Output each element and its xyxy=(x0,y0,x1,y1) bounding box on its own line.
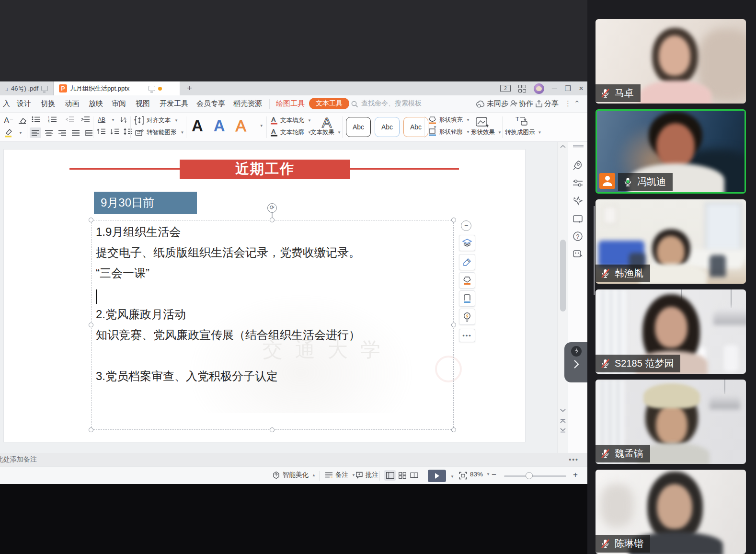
menu-transition[interactable]: 切换 xyxy=(41,99,55,108)
rocket-tool-icon[interactable] xyxy=(573,160,583,171)
effects-star-icon[interactable] xyxy=(573,196,583,206)
format-brush-button[interactable] xyxy=(459,254,475,270)
comments-button[interactable]: 批注 xyxy=(355,471,378,479)
participant-tile[interactable]: 马卓 xyxy=(596,19,746,104)
play-options-caret[interactable]: ▼ xyxy=(450,474,454,479)
slide-scrollbar[interactable] xyxy=(557,142,568,453)
slideshow-play-button[interactable] xyxy=(428,470,446,482)
shape-fill-icon[interactable] xyxy=(428,116,436,124)
menu-design[interactable]: 设计 xyxy=(17,99,31,108)
resize-handle-se[interactable] xyxy=(451,427,456,432)
decrease-indent-icon[interactable] xyxy=(65,116,75,123)
highlighter-icon[interactable] xyxy=(4,128,13,138)
text-outline-label[interactable]: 文本轮廓 xyxy=(280,128,304,137)
wordart-more-button[interactable]: ▼ xyxy=(260,124,263,128)
next-slide-button[interactable] xyxy=(560,427,566,433)
search-input[interactable]: 查找命令、搜索模板 xyxy=(361,99,422,108)
participant-tile-active-speaker[interactable]: 冯凯迪 xyxy=(596,109,746,194)
loop-playback-icon[interactable] xyxy=(573,213,583,224)
share-label[interactable]: 分享 xyxy=(544,99,559,108)
layer-order-button[interactable] xyxy=(459,235,475,251)
shape-effects-icon[interactable] xyxy=(476,116,489,128)
zoom-in-button[interactable]: + xyxy=(573,470,578,480)
slide-sorter-view-button[interactable] xyxy=(397,470,408,481)
collapse-object-toolbar-button[interactable]: − xyxy=(461,220,471,231)
shape-fill-label[interactable]: 形状填充 xyxy=(439,116,463,124)
minimize-button[interactable]: ─ xyxy=(552,84,557,92)
smart-graphic-label[interactable]: 转智能图形 xyxy=(147,128,177,137)
menu-text-tools-active[interactable]: 文本工具 xyxy=(309,98,349,109)
align-left-button[interactable] xyxy=(30,127,41,138)
quick-outline-button[interactable] xyxy=(459,290,475,307)
scroll-up-icon[interactable] xyxy=(560,145,566,149)
resize-handle-w[interactable] xyxy=(89,323,93,327)
panel-handle-icon[interactable] xyxy=(573,145,584,148)
zoom-level-button[interactable]: 83%▼ xyxy=(470,471,490,478)
slide[interactable]: 交通大学 近期工作 9月30日前 ⟳ xyxy=(4,150,525,442)
text-outline-icon[interactable]: A xyxy=(270,128,278,137)
shape-effects-label[interactable]: 形状效果 xyxy=(471,128,495,137)
collaborate-icon[interactable] xyxy=(510,100,518,108)
sync-status-label[interactable]: 未同步 xyxy=(487,99,508,108)
settings-sliders-icon[interactable] xyxy=(573,178,583,188)
restore-button[interactable]: ❐ xyxy=(565,84,571,93)
assistant-pet-icon[interactable] xyxy=(573,248,583,259)
participant-tile[interactable]: 韩渔胤 xyxy=(596,199,746,284)
zoom-out-button[interactable]: − xyxy=(492,470,496,480)
space-after-icon[interactable] xyxy=(110,128,119,135)
search-icon[interactable] xyxy=(351,101,358,108)
rotate-handle[interactable]: ⟳ xyxy=(267,203,277,213)
align-right-button[interactable] xyxy=(57,127,68,138)
menu-slideshow[interactable]: 放映 xyxy=(89,99,103,108)
quick-fill-button[interactable] xyxy=(459,272,475,289)
scrollbar-thumb[interactable] xyxy=(560,240,566,312)
text-fill-icon[interactable]: A xyxy=(270,116,278,125)
resize-handle-e[interactable] xyxy=(451,323,456,327)
menu-draw-tools[interactable]: 绘图工具 xyxy=(276,99,305,108)
menu-developer[interactable]: 开发工具 xyxy=(160,99,188,108)
notes-bar[interactable]: 此处添加备注 ••• xyxy=(0,453,587,466)
participant-tile[interactable]: 魏孟镐 xyxy=(596,380,746,464)
collaborate-label[interactable]: 协作 xyxy=(519,99,533,108)
app-grid-icon[interactable] xyxy=(518,85,526,92)
wordart-preset-blue[interactable]: A xyxy=(214,118,225,134)
align-center-button[interactable] xyxy=(43,127,55,138)
notes-button[interactable]: 备注▼ xyxy=(325,471,355,479)
menu-animation[interactable]: 动画 xyxy=(65,99,79,108)
more-menu-icon[interactable]: ⋮ xyxy=(564,99,572,108)
collapse-ribbon-icon[interactable]: ⌃ xyxy=(574,99,580,108)
split-view-icon[interactable]: 2 xyxy=(500,85,511,92)
shape-style-blue[interactable]: Abc xyxy=(375,117,400,137)
normal-view-button[interactable] xyxy=(384,470,396,481)
previous-slide-button[interactable] xyxy=(560,418,566,424)
wordart-preset-orange[interactable]: A xyxy=(236,118,246,134)
text-fill-label[interactable]: 文本填充 xyxy=(280,116,304,125)
scroll-down-icon[interactable] xyxy=(560,408,566,412)
menu-member[interactable]: 会员专享 xyxy=(196,99,225,108)
text-direction-icon[interactable]: A xyxy=(120,116,127,124)
shape-outline-icon[interactable] xyxy=(428,128,436,136)
smart-beautify-button[interactable]: 智能美化▲ xyxy=(272,471,316,479)
zoom-slider-track[interactable] xyxy=(504,475,566,477)
menu-view[interactable]: 视图 xyxy=(136,99,150,108)
ai-helper-collapsed-tab[interactable] xyxy=(564,342,587,382)
textbox-content[interactable]: 1.9月组织生活会 提交电子、纸质版组织生活会记录，党费收缴记录。 “三会一课”… xyxy=(96,224,450,389)
align-text-icon[interactable] xyxy=(135,116,144,125)
reading-view-button[interactable] xyxy=(408,470,420,481)
menu-review[interactable]: 审阅 xyxy=(112,99,126,108)
resize-handle-s[interactable] xyxy=(270,427,275,432)
space-before-icon[interactable] xyxy=(97,128,105,135)
cloud-sync-icon[interactable] xyxy=(476,100,485,108)
slide-title-banner[interactable]: 近期工作 xyxy=(180,160,350,179)
zoom-slider-knob[interactable] xyxy=(526,472,533,479)
menu-docer[interactable]: 稻壳资源 xyxy=(233,99,262,108)
resize-handle-nw[interactable] xyxy=(89,218,93,222)
user-avatar[interactable] xyxy=(534,83,544,94)
smart-graphic-icon[interactable] xyxy=(135,129,144,137)
new-tab-button[interactable]: + xyxy=(187,83,192,93)
to-diagram-label[interactable]: 转换成图示 xyxy=(505,128,535,137)
smart-recommend-button[interactable] xyxy=(459,309,475,325)
shape-style-black[interactable]: Abc xyxy=(346,117,371,137)
tab-active-pptx[interactable]: P 九月组织生活ppt.pptx xyxy=(54,81,180,95)
menu-insert-partial[interactable]: 入 xyxy=(3,99,10,108)
